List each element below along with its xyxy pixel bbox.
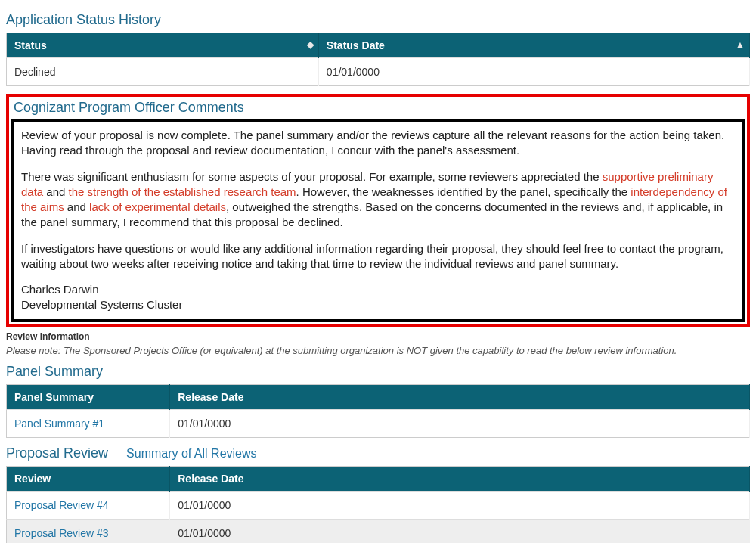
section-title-comments: Cognizant Program Officer Comments <box>14 100 742 116</box>
sort-icon: ▲ <box>736 39 742 50</box>
proposal-review-link[interactable]: Proposal Review #3 <box>14 527 109 539</box>
section-title-status-history: Application Status History <box>6 12 750 28</box>
status-date-header-label: Status Date <box>327 39 385 51</box>
review-information-note: Please note: The Sponsored Projects Offi… <box>6 345 750 356</box>
release-date-cell: 01/01/0000 <box>170 491 750 519</box>
panel-summary-header[interactable]: Panel Summary <box>7 384 170 409</box>
signature-cluster: Developmental Systems Cluster <box>21 298 182 311</box>
panel-summary-link-cell: Panel Summary #1 <box>7 409 170 437</box>
release-date-header-label: Release Date <box>178 473 243 485</box>
status-history-table: Status ◆ Status Date ▲ Declined 01/01/00… <box>6 33 750 86</box>
status-cell: Declined <box>7 58 319 86</box>
section-title-proposal-review: Proposal Review <box>6 445 108 461</box>
comments-highlight-text: lack of experimental details <box>89 200 226 213</box>
status-date-header[interactable]: Status Date ▲ <box>318 33 749 58</box>
release-date-cell: 01/01/0000 <box>170 519 750 543</box>
comments-text-box: Review of your proposal is now complete.… <box>11 119 745 322</box>
review-information-heading: Review Information <box>6 331 750 342</box>
review-header[interactable]: Review <box>7 466 170 491</box>
section-title-panel-summary: Panel Summary <box>6 364 750 380</box>
release-date-header[interactable]: Release Date <box>170 466 750 491</box>
review-header-label: Review <box>14 473 51 485</box>
signature-name: Charles Darwin <box>21 283 99 296</box>
table-row: Declined 01/01/0000 <box>7 58 750 86</box>
comments-paragraph-3: If investigators have questions or would… <box>21 241 735 272</box>
proposal-review-link[interactable]: Proposal Review #4 <box>14 499 109 511</box>
comments-text: and <box>43 185 68 198</box>
release-date-header[interactable]: Release Date <box>170 384 750 409</box>
comments-highlight-box: Cognizant Program Officer Comments Revie… <box>6 94 750 327</box>
proposal-review-table: Review Release Date Proposal Review #4 0… <box>6 466 750 544</box>
release-date-header-label: Release Date <box>178 391 243 403</box>
table-row: Proposal Review #4 01/01/0000 <box>7 491 750 519</box>
panel-summary-table: Panel Summary Release Date Panel Summary… <box>6 384 750 438</box>
status-header[interactable]: Status ◆ <box>7 33 319 58</box>
comments-text: and <box>64 200 89 213</box>
comments-paragraph-1: Review of your proposal is now complete.… <box>21 128 735 159</box>
panel-summary-header-label: Panel Summary <box>14 391 94 403</box>
proposal-review-header-row: Proposal Review Summary of All Reviews <box>6 445 750 461</box>
status-header-label: Status <box>14 39 47 51</box>
sort-icon: ◆ <box>307 39 311 50</box>
summary-all-reviews-link[interactable]: Summary of All Reviews <box>126 447 257 461</box>
table-row: Proposal Review #3 01/01/0000 <box>7 519 750 543</box>
comments-signature: Charles Darwin Developmental Systems Clu… <box>21 282 735 313</box>
release-date-cell: 01/01/0000 <box>170 409 750 437</box>
comments-highlight-text: the strength of the established research… <box>69 185 296 198</box>
panel-summary-link[interactable]: Panel Summary #1 <box>14 417 104 430</box>
comments-paragraph-2: There was significant enthusiasm for som… <box>21 169 735 231</box>
status-date-cell: 01/01/0000 <box>318 58 749 86</box>
table-row: Panel Summary #1 01/01/0000 <box>7 409 750 437</box>
comments-text: . However, the weaknesses identified by … <box>296 185 631 198</box>
comments-text: There was significant enthusiasm for som… <box>21 170 603 183</box>
